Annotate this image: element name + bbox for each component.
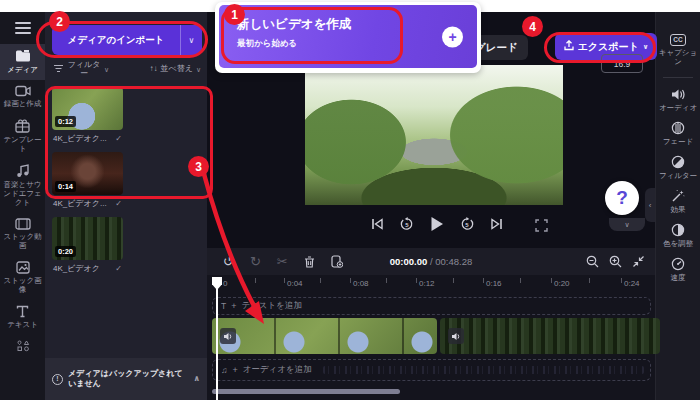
- backup-notice[interactable]: ! メディアはバックアップされていません ∧: [45, 358, 207, 400]
- aspect-ratio-badge[interactable]: 16:9: [601, 54, 643, 73]
- chevron-down-icon: ∨: [104, 66, 109, 74]
- import-media-label: メディアのインポート: [52, 34, 180, 47]
- skip-to-end-button[interactable]: [490, 218, 503, 230]
- rewind-5s-button[interactable]: 5: [400, 217, 414, 231]
- undo-button[interactable]: ↺: [223, 254, 234, 269]
- text-icon: [16, 305, 29, 318]
- panel-collapse-handle[interactable]: ‹: [645, 188, 655, 222]
- total-time: 00:48.28: [435, 256, 472, 267]
- media-grid: 0:12 4K_ビデオク...✓ 0:14 4K_ビデオク...✓ 0:20 4…: [45, 83, 207, 274]
- new-video-banner[interactable]: 新しいビデオを作成 最初から始める +: [215, 2, 481, 73]
- menu-icon[interactable]: [0, 12, 45, 44]
- clip-thumbnail[interactable]: 0:20: [52, 217, 123, 260]
- shapes-icon: [16, 340, 30, 352]
- ruler-label: 0:12: [419, 279, 435, 288]
- panel-item-color-adjust[interactable]: 色を調整: [656, 223, 700, 248]
- clip-thumbnail[interactable]: 0:12: [52, 87, 123, 130]
- forward-5s-button[interactable]: 5: [460, 217, 474, 231]
- fullscreen-button[interactable]: [535, 218, 548, 236]
- sidebar-item-stickers[interactable]: [0, 335, 45, 358]
- clip-volume-icon[interactable]: [220, 328, 236, 344]
- audio-track-icon: ♫: [221, 365, 227, 375]
- backup-notice-text: メディアはバックアップされていません: [68, 369, 187, 390]
- sidebar-item-label: 録画と作成: [4, 99, 42, 108]
- speed-gauge-icon: [671, 257, 685, 271]
- sidebar-item-label: メディア: [7, 65, 38, 74]
- folder-icon: [15, 49, 31, 63]
- clip-thumbnail[interactable]: 0:14: [52, 152, 123, 195]
- panel-item-label: 速度: [671, 273, 686, 282]
- sidebar-item-media[interactable]: メディア: [0, 44, 45, 80]
- music-note-icon: [16, 164, 30, 178]
- timeline-toolbar: ↺ ↻ ✂ 00:00.00 / 00:48.28: [207, 248, 655, 275]
- audio-track-placeholder[interactable]: ♫ + オーディオを追加: [212, 359, 651, 381]
- right-sidebar: CC キャプション オーディオ フェード フィルター 効果 色を調整 速度: [655, 12, 700, 400]
- text-track-placeholder[interactable]: T + テキストを追加: [212, 297, 651, 315]
- media-clip-3[interactable]: 0:20 4K_ビデオク✓: [52, 217, 123, 274]
- fit-timeline-button[interactable]: [632, 255, 645, 268]
- clip-name: 4K_ビデオク...: [53, 133, 107, 144]
- new-video-banner-body[interactable]: 新しいビデオを作成 最初から始める +: [219, 5, 477, 68]
- sidebar-item-record[interactable]: 録画と作成: [0, 80, 45, 114]
- timecode-display: 00:00.00 / 00:48.28: [390, 256, 472, 267]
- ruler-label: 0:20: [554, 279, 570, 288]
- timeline-clip-2[interactable]: [440, 318, 660, 354]
- import-dropdown-chevron-icon[interactable]: ∨: [180, 25, 202, 55]
- text-track-icon: T: [221, 301, 226, 311]
- clip-duration-badge: 0:14: [55, 181, 76, 192]
- panel-item-captions[interactable]: CC キャプション: [656, 34, 700, 66]
- sidebar-item-music[interactable]: 音楽とサウンドエフェクト: [0, 159, 45, 213]
- panel-item-effects[interactable]: 効果: [656, 189, 700, 214]
- import-media-button[interactable]: メディアのインポート ∨: [52, 25, 202, 55]
- speaker-icon: [671, 88, 686, 101]
- delete-button[interactable]: [304, 256, 315, 268]
- ruler-label: 0: [223, 279, 227, 288]
- waveform-graphic: [323, 366, 644, 374]
- skip-to-start-button[interactable]: [371, 218, 384, 230]
- sidebar-item-stock-image[interactable]: ストック画像: [0, 256, 45, 300]
- clip-volume-icon[interactable]: [448, 328, 464, 344]
- panel-item-label: フェード: [663, 137, 694, 146]
- export-dropdown-chevron-icon: ∨: [643, 43, 649, 51]
- sidebar-item-text[interactable]: テキスト: [0, 300, 45, 335]
- panel-item-fade[interactable]: フェード: [656, 121, 700, 146]
- info-icon: !: [52, 374, 63, 385]
- sidebar-item-label: ストック動画: [1, 232, 44, 250]
- svg-text:5: 5: [405, 222, 409, 228]
- filter-label: フィルター: [67, 61, 101, 79]
- current-time: 00:00.00: [390, 256, 428, 267]
- filters-icon: [671, 155, 685, 169]
- play-button[interactable]: [430, 216, 444, 232]
- banner-subtitle: 最初から始める: [237, 38, 297, 50]
- color-adjust-icon: [671, 223, 685, 237]
- zoom-out-button[interactable]: [586, 255, 599, 268]
- sidebar-item-templates[interactable]: テンプレート: [0, 114, 45, 159]
- help-button[interactable]: ?: [605, 181, 639, 215]
- panel-item-label: 色を調整: [663, 239, 693, 248]
- plus-icon[interactable]: +: [442, 26, 463, 47]
- panel-item-audio[interactable]: オーディオ: [656, 88, 700, 112]
- playhead-line: [216, 288, 218, 400]
- media-panel: メディアのインポート ∨ フィルター ∨ ↑↓ 並べ替え ∨ 0:12 4K_ビ…: [45, 12, 207, 400]
- sort-icon: ↑↓: [150, 65, 158, 74]
- sidebar-item-stock-video[interactable]: ストック動画: [0, 213, 45, 256]
- zoom-in-button[interactable]: [609, 255, 622, 268]
- redo-button[interactable]: ↻: [250, 254, 261, 269]
- media-clip-2[interactable]: 0:14 4K_ビデオク...✓: [52, 152, 123, 209]
- panel-item-speed[interactable]: 速度: [656, 257, 700, 282]
- sort-button[interactable]: ↑↓ 並べ替え ∨: [150, 65, 202, 74]
- help-collapse-tab[interactable]: ∨: [609, 218, 645, 231]
- filter-button[interactable]: フィルター ∨: [53, 61, 109, 79]
- split-scissors-button[interactable]: ✂: [277, 254, 288, 269]
- sidebar-item-label: 音楽とサウンドエフェクト: [1, 180, 44, 207]
- media-clip-1[interactable]: 0:12 4K_ビデオク...✓: [52, 87, 123, 144]
- text-track-label: テキストを追加: [241, 300, 302, 312]
- check-icon: ✓: [115, 134, 122, 143]
- sidebar-item-label: テキスト: [7, 320, 38, 329]
- timeline-ruler[interactable]: 0 0:04 0:08 0:12 0:16 0:20 0:24: [207, 275, 655, 293]
- timeline-scrollbar[interactable]: [212, 389, 400, 394]
- video-preview[interactable]: [305, 65, 563, 205]
- timeline-clip-1[interactable]: [212, 318, 437, 354]
- panel-item-filters[interactable]: フィルター: [656, 155, 700, 180]
- add-clip-button[interactable]: [331, 255, 343, 268]
